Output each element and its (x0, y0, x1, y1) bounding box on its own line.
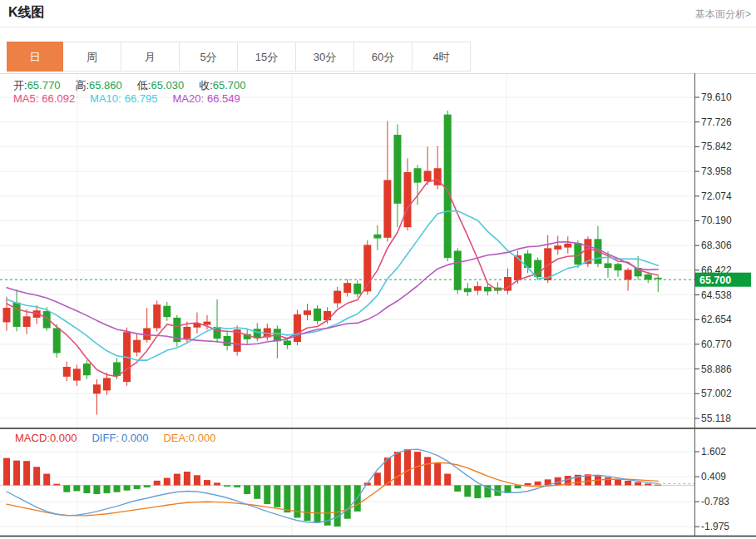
macd-hist-bar-down (254, 485, 260, 498)
macd-hist-bar-down (464, 485, 471, 497)
candle-body-down (373, 235, 381, 239)
candle-body-up (133, 340, 141, 353)
macd-hist-bar-up (184, 472, 190, 485)
macd-hist-bar-up (655, 485, 661, 486)
diff-label: DIFF: (91, 432, 119, 444)
low-value: 65.030 (151, 79, 184, 91)
candle-body-down (464, 288, 472, 292)
macd-hist-bar-up (424, 457, 431, 485)
candle-body-down (484, 287, 492, 292)
ohlc-row: 开:65.770高:65.860低:65.030收:65.700 (13, 78, 246, 93)
macd-hist-bar-down (83, 485, 90, 493)
macd-hist-bar-up (53, 484, 60, 486)
macd-hist-bar-down (284, 485, 290, 512)
candle-body-up (63, 367, 71, 377)
macd-hist-bar-up (194, 475, 200, 485)
macd-hist-bar-up (204, 480, 210, 485)
fundamental-analysis-link[interactable]: 基本面分析> (695, 7, 751, 22)
candle-body-up (204, 322, 211, 325)
candle-body-up (143, 329, 151, 340)
diff-value: 0.000 (121, 432, 149, 444)
macd-value: 0.000 (50, 432, 77, 444)
macd-hist-bar-up (645, 483, 651, 485)
macd-hist-bar-up (414, 452, 421, 485)
macd-hist-bar-up (525, 483, 531, 486)
candle-body-down (83, 363, 91, 375)
ma20-value: 66.549 (207, 92, 240, 105)
macd-hist-bar-up (154, 481, 161, 486)
ma20-line (7, 242, 658, 344)
tab-60min[interactable]: 60分 (354, 42, 413, 72)
low-label: 低: (137, 79, 151, 91)
macd-hist-bar-down (224, 485, 230, 487)
macd-hist-bar-up (605, 477, 611, 486)
macd-tick-label: 0.409 (701, 471, 726, 482)
price-tick-label: 55.118 (701, 413, 731, 424)
candle-body-down (53, 329, 61, 354)
price-tick-label: 58.886 (701, 363, 732, 375)
candle-body-down (444, 115, 452, 259)
tab-15min[interactable]: 15分 (238, 42, 296, 72)
candle-body-down (414, 168, 422, 182)
macd-hist-bar-up (164, 478, 170, 486)
price-tick-label: 62.654 (701, 314, 732, 325)
candle-body-up (383, 180, 391, 237)
macd-hist-bar-up (33, 467, 40, 485)
candle-body-up (424, 171, 432, 181)
macd-hist-bar-up (174, 474, 180, 486)
kline-panel: K线图 基本面分析> 日周月5分15分30分60分4时 开:65.770高:65… (0, 0, 756, 539)
macd-hist-bar-down (454, 485, 461, 492)
candle-body-down (13, 303, 21, 327)
macd-hist-bar-up (374, 472, 381, 485)
tab-5min[interactable]: 5分 (180, 42, 238, 72)
tab-30min[interactable]: 30分 (296, 42, 354, 72)
tab-day[interactable]: 日 (7, 42, 63, 72)
candle-body-up (625, 270, 632, 279)
macd-hist-bar-up (615, 479, 621, 486)
macd-hist-bar-down (314, 485, 321, 522)
price-tick-label: 68.306 (701, 240, 732, 251)
ma10-label: MA10: (90, 92, 121, 105)
macd-hist-bar-down (134, 485, 141, 489)
macd-hist-bar-up (434, 463, 441, 485)
candle-body-up (183, 327, 190, 339)
candle-body-down (655, 278, 662, 279)
macd-tick-label: -0.783 (701, 496, 729, 507)
macd-hist-bar-down (144, 485, 151, 487)
tab-week[interactable]: 周 (63, 42, 121, 72)
price-tick-label: 77.726 (701, 116, 732, 128)
candle-body-up (304, 310, 311, 315)
candle-body-down (615, 264, 622, 270)
open-value: 65.770 (27, 79, 61, 91)
candle-body-up (3, 308, 11, 322)
tab-month[interactable]: 月 (121, 42, 180, 72)
ma-row: MA5:66.092MA10:66.795MA20:66.549 (13, 92, 240, 105)
high-value: 65.860 (89, 79, 122, 91)
price-tick-label: 72.074 (701, 190, 732, 202)
candle-body-down (224, 336, 231, 346)
macd-hist-bar-down (264, 485, 270, 504)
macd-hist-bar-up (43, 474, 50, 486)
macd-header-row: MACD:0.000DIFF:0.000DEA:0.000 (15, 432, 215, 444)
candle-body-up (103, 378, 111, 390)
macd-hist-bar-up (404, 449, 411, 485)
price-tick-label: 60.770 (701, 339, 732, 350)
macd-hist-bar-up (394, 452, 401, 485)
ma10-value: 66.795 (125, 92, 158, 105)
macd-hist-bar-down (515, 485, 521, 488)
tab-4hour[interactable]: 4时 (413, 42, 471, 72)
candle-body-up (404, 172, 412, 227)
candle-body-up (73, 368, 81, 380)
macd-hist-bar-up (3, 458, 10, 486)
macd-tick-label: 1.602 (701, 446, 726, 457)
macd-hist-bar-down (73, 485, 80, 491)
candle-body-down (284, 340, 291, 345)
ma5-value: 66.092 (42, 92, 75, 105)
macd-hist-bar-down (114, 485, 121, 492)
macd-hist-bar-up (13, 461, 20, 486)
candle-body-up (474, 286, 482, 291)
candle-body-up (324, 311, 331, 320)
price-tick-label: 64.538 (701, 289, 732, 301)
candle-body-down (254, 329, 261, 338)
price-tick-label: 70.190 (701, 215, 732, 226)
